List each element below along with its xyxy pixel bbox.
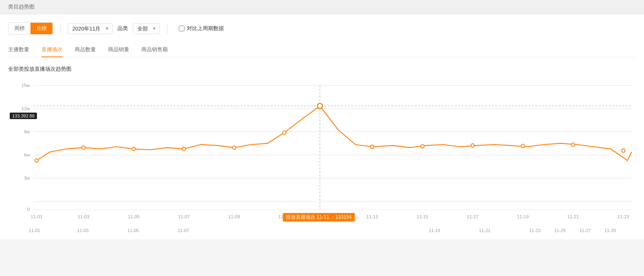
svg-point-16 (82, 146, 85, 149)
svg-text:0: 0 (27, 207, 30, 212)
period-tab-group: 周榜 月榜 (8, 22, 53, 35)
svg-text:15w: 15w (22, 83, 30, 88)
svg-point-25 (521, 144, 525, 148)
svg-text:6w: 6w (24, 152, 30, 157)
metric-tab-live-sessions[interactable]: 直播场次 (41, 43, 63, 57)
svg-text:11-19: 11-19 (517, 214, 529, 219)
chart-title: 全部类投放直播场次趋势图 (8, 65, 636, 73)
svg-point-17 (132, 147, 135, 150)
x-label-1125: 11-25 (554, 228, 566, 233)
chart-svg: 15w 12w 9w 6w 3w 0 (8, 77, 636, 231)
svg-text:11-01: 11-01 (31, 214, 43, 219)
svg-text:11-23: 11-23 (618, 214, 629, 219)
category-label: 品类 (117, 25, 128, 32)
chart-area: 133,392.86 15w 12w 9w 6w 3w 0 (8, 77, 636, 231)
svg-point-19 (232, 146, 236, 149)
x-label-1129: 11-29 (605, 228, 616, 233)
svg-text:11-09: 11-09 (228, 214, 240, 219)
svg-text:9w: 9w (24, 129, 30, 134)
svg-point-23 (421, 145, 424, 148)
svg-text:11-07: 11-07 (178, 214, 190, 219)
x-label-1121: 11-21 (479, 228, 490, 233)
metric-tab-anchor-count[interactable]: 主播数量 (8, 43, 29, 57)
svg-point-21 (317, 103, 322, 109)
x-label-1103: 11-03 (77, 228, 89, 233)
svg-point-27 (622, 149, 625, 152)
x-label-1119: 11-19 (429, 228, 440, 233)
svg-text:11-17: 11-17 (467, 214, 479, 219)
x-label-1105: 11-05 (128, 228, 139, 233)
category-select[interactable]: 全部 服装 美妆 食品 (133, 23, 160, 34)
svg-text:11-03: 11-03 (78, 214, 89, 219)
x-axis-tooltip: 投放直播场次 11-11 ：133154 (283, 213, 355, 222)
y-axis-tooltip: 133,392.86 (10, 113, 37, 119)
svg-point-22 (371, 145, 374, 148)
controls-row: 周榜 月榜 2020年11月 2020年10月 2020年9月 ▼ 品类 全部 … (8, 22, 636, 35)
svg-text:11-05: 11-05 (128, 214, 140, 219)
x-label-1101: 11-01 (29, 228, 40, 233)
metric-tab-product-count[interactable]: 商品数量 (75, 43, 96, 57)
date-selector-wrapper: 2020年11月 2020年10月 2020年9月 ▼ (68, 23, 113, 34)
svg-point-26 (571, 143, 575, 146)
compare-checkbox-wrap: 对比上周期数据 (179, 25, 224, 32)
main-content: 周榜 月榜 2020年11月 2020年10月 2020年9月 ▼ 品类 全部 … (0, 14, 644, 239)
svg-point-20 (283, 131, 286, 134)
compare-label: 对比上周期数据 (187, 25, 224, 32)
svg-text:3w: 3w (24, 176, 30, 180)
week-tab[interactable]: 周榜 (9, 23, 30, 34)
metric-tab-product-sales-amount[interactable]: 商品销售额 (141, 43, 168, 57)
svg-point-24 (471, 144, 474, 147)
svg-text:11-15: 11-15 (416, 214, 428, 219)
divider (60, 24, 61, 33)
svg-point-18 (182, 147, 185, 150)
category-selector-wrapper: 全部 服装 美妆 食品 ▼ (133, 23, 160, 34)
svg-text:12w: 12w (22, 106, 30, 111)
svg-point-15 (35, 159, 38, 162)
svg-text:11-21: 11-21 (567, 214, 579, 219)
month-tab[interactable]: 月榜 (30, 23, 52, 34)
svg-text:11-13: 11-13 (366, 214, 378, 219)
page-title: 类目趋势图 (8, 4, 35, 10)
date-select[interactable]: 2020年11月 2020年10月 2020年9月 (68, 23, 113, 34)
metric-tab-product-sales-qty[interactable]: 商品销量 (108, 43, 129, 57)
x-label-1107: 11-07 (178, 228, 189, 233)
page-header: 类目趋势图 (0, 0, 644, 14)
divider-2 (167, 24, 167, 33)
compare-checkbox[interactable] (179, 26, 184, 31)
x-label-1127: 11-27 (579, 228, 591, 233)
metric-tabs: 主播数量 直播场次 商品数量 商品销量 商品销售额 (8, 43, 636, 57)
x-label-1123: 11-23 (529, 228, 540, 233)
